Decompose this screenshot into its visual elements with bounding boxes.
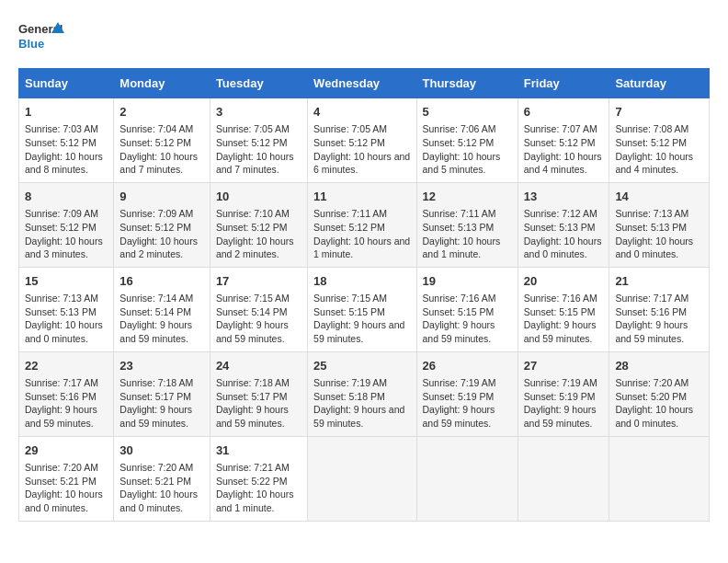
logo-svg: General Blue [18,18,64,59]
calendar-cell: 12Sunrise: 7:11 AMSunset: 5:13 PMDayligh… [416,182,518,267]
day-number: 28 [615,358,703,374]
calendar-cell: 9Sunrise: 7:09 AMSunset: 5:12 PMDaylight… [114,182,210,267]
calendar-cell: 3Sunrise: 7:05 AMSunset: 5:12 PMDaylight… [210,98,307,183]
calendar-cell: 18Sunrise: 7:15 AMSunset: 5:15 PMDayligh… [308,267,416,351]
calendar-cell: 15Sunrise: 7:13 AMSunset: 5:13 PMDayligh… [19,267,114,351]
calendar-cell: 23Sunrise: 7:18 AMSunset: 5:17 PMDayligh… [114,351,210,436]
calendar-cell: 20Sunrise: 7:16 AMSunset: 5:15 PMDayligh… [518,267,609,351]
calendar-cell [308,436,416,521]
calendar-cell: 13Sunrise: 7:12 AMSunset: 5:13 PMDayligh… [518,182,609,267]
calendar-cell: 19Sunrise: 7:16 AMSunset: 5:15 PMDayligh… [416,267,518,351]
calendar-cell [609,436,710,521]
day-number: 22 [25,358,108,374]
calendar-cell: 17Sunrise: 7:15 AMSunset: 5:14 PMDayligh… [210,267,307,351]
calendar-cell: 28Sunrise: 7:20 AMSunset: 5:20 PMDayligh… [609,351,710,436]
calendar-cell: 22Sunrise: 7:17 AMSunset: 5:16 PMDayligh… [19,351,114,436]
calendar-cell: 24Sunrise: 7:18 AMSunset: 5:17 PMDayligh… [210,351,307,436]
day-number: 25 [313,358,410,374]
week-row-3: 15Sunrise: 7:13 AMSunset: 5:13 PMDayligh… [19,267,710,351]
day-number: 24 [216,358,301,374]
day-number: 9 [119,189,204,205]
day-number: 18 [313,273,410,290]
calendar-cell: 14Sunrise: 7:13 AMSunset: 5:13 PMDayligh… [609,182,710,267]
calendar-cell: 7Sunrise: 7:08 AMSunset: 5:12 PMDaylight… [609,98,710,183]
week-row-2: 8Sunrise: 7:09 AMSunset: 5:12 PMDaylight… [19,182,710,267]
week-row-1: 1Sunrise: 7:03 AMSunset: 5:12 PMDaylight… [19,98,710,183]
col-header-friday: Friday [518,69,609,98]
day-number: 8 [25,189,108,205]
day-number: 11 [313,189,410,205]
calendar-cell: 25Sunrise: 7:19 AMSunset: 5:18 PMDayligh… [308,351,416,436]
calendar-cell: 8Sunrise: 7:09 AMSunset: 5:12 PMDaylight… [19,182,114,267]
day-number: 17 [216,273,301,290]
calendar-cell: 26Sunrise: 7:19 AMSunset: 5:19 PMDayligh… [416,351,518,436]
calendar-cell: 4Sunrise: 7:05 AMSunset: 5:12 PMDaylight… [308,98,416,183]
day-number: 15 [25,273,108,290]
header-row: SundayMondayTuesdayWednesdayThursdayFrid… [19,69,710,98]
day-number: 1 [25,104,108,121]
day-number: 29 [25,442,108,459]
calendar-cell: 1Sunrise: 7:03 AMSunset: 5:12 PMDaylight… [19,98,114,183]
calendar-cell: 27Sunrise: 7:19 AMSunset: 5:19 PMDayligh… [518,351,609,436]
day-number: 7 [615,104,703,121]
day-number: 4 [313,104,410,121]
week-row-4: 22Sunrise: 7:17 AMSunset: 5:16 PMDayligh… [19,351,710,436]
day-number: 10 [216,189,301,205]
calendar-cell [518,436,609,521]
calendar-cell: 30Sunrise: 7:20 AMSunset: 5:21 PMDayligh… [114,436,210,521]
svg-text:Blue: Blue [18,37,44,51]
col-header-wednesday: Wednesday [308,69,416,98]
day-number: 2 [119,104,204,121]
day-number: 19 [423,273,512,290]
day-number: 16 [119,273,204,290]
col-header-sunday: Sunday [19,69,114,98]
col-header-monday: Monday [114,69,210,98]
day-number: 5 [423,104,512,121]
day-number: 6 [524,104,604,121]
day-number: 14 [615,189,703,205]
calendar-cell: 10Sunrise: 7:10 AMSunset: 5:12 PMDayligh… [210,182,307,267]
col-header-tuesday: Tuesday [210,69,307,98]
col-header-saturday: Saturday [609,69,710,98]
calendar-table: SundayMondayTuesdayWednesdayThursdayFrid… [18,68,710,522]
day-number: 12 [423,189,512,205]
day-number: 27 [524,358,604,374]
calendar-cell [416,436,518,521]
calendar-cell: 5Sunrise: 7:06 AMSunset: 5:12 PMDaylight… [416,98,518,183]
calendar-cell: 11Sunrise: 7:11 AMSunset: 5:12 PMDayligh… [308,182,416,267]
day-number: 3 [216,104,301,121]
calendar-cell: 2Sunrise: 7:04 AMSunset: 5:12 PMDaylight… [114,98,210,183]
day-number: 31 [216,442,301,459]
col-header-thursday: Thursday [416,69,518,98]
calendar-cell: 16Sunrise: 7:14 AMSunset: 5:14 PMDayligh… [114,267,210,351]
calendar-cell: 6Sunrise: 7:07 AMSunset: 5:12 PMDaylight… [518,98,609,183]
day-number: 30 [119,442,204,459]
week-row-5: 29Sunrise: 7:20 AMSunset: 5:21 PMDayligh… [19,436,710,521]
day-number: 13 [524,189,604,205]
calendar-cell: 21Sunrise: 7:17 AMSunset: 5:16 PMDayligh… [609,267,710,351]
logo: General Blue [18,18,64,59]
day-number: 20 [524,273,604,290]
calendar-cell: 29Sunrise: 7:20 AMSunset: 5:21 PMDayligh… [19,436,114,521]
day-number: 26 [423,358,512,374]
calendar-cell: 31Sunrise: 7:21 AMSunset: 5:22 PMDayligh… [210,436,307,521]
day-number: 21 [615,273,703,290]
day-number: 23 [119,358,204,374]
header: General Blue [18,18,710,59]
